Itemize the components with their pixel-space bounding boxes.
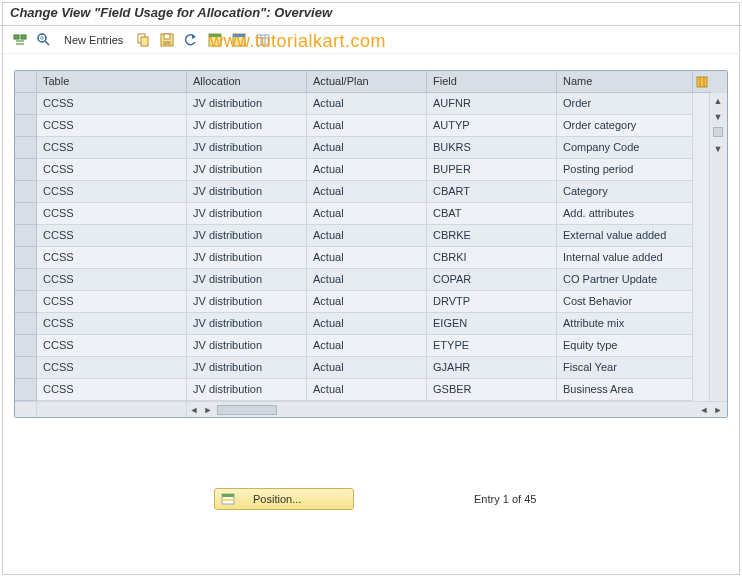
row-handle[interactable] <box>15 115 37 137</box>
cell-field[interactable]: CBRKE <box>427 225 557 247</box>
cell-table[interactable]: CCSS <box>37 137 187 159</box>
cell-field[interactable]: COPAR <box>427 269 557 291</box>
vertical-scrollbar[interactable]: ▲ ▼ ▲ ▼ <box>709 93 727 401</box>
cell-field[interactable]: CBAT <box>427 203 557 225</box>
cell-field[interactable]: BUKRS <box>427 137 557 159</box>
cell-name[interactable]: Company Code <box>557 137 693 159</box>
cell-table[interactable]: CCSS <box>37 159 187 181</box>
cell-allocation[interactable]: JV distribution <box>187 159 307 181</box>
table-row[interactable]: CCSSJV distributionActualBUPERPosting pe… <box>15 159 727 181</box>
row-handle[interactable] <box>15 247 37 269</box>
copy-icon[interactable] <box>133 30 153 50</box>
table-row[interactable]: CCSSJV distributionActualAUTYPOrder cate… <box>15 115 727 137</box>
cell-field[interactable]: BUPER <box>427 159 557 181</box>
col-header-field[interactable]: Field <box>427 71 557 93</box>
table-row[interactable]: CCSSJV distributionActualCBATAdd. attrib… <box>15 203 727 225</box>
scroll-left-icon[interactable]: ◄ <box>187 403 201 417</box>
cell-field[interactable]: CBRKI <box>427 247 557 269</box>
cell-allocation[interactable]: JV distribution <box>187 269 307 291</box>
table-row[interactable]: CCSSJV distributionActualGSBERBusiness A… <box>15 379 727 401</box>
horizontal-scrollbar[interactable]: ◄ ► ◄ ► <box>15 401 727 417</box>
cell-table[interactable]: CCSS <box>37 115 187 137</box>
undo-icon[interactable] <box>181 30 201 50</box>
row-handle[interactable] <box>15 379 37 401</box>
row-handle[interactable] <box>15 137 37 159</box>
deselect-all-icon[interactable] <box>229 30 249 50</box>
table-row[interactable]: CCSSJV distributionActualCBRKIInternal v… <box>15 247 727 269</box>
cell-actual-plan[interactable]: Actual <box>307 159 427 181</box>
cell-name[interactable]: CO Partner Update <box>557 269 693 291</box>
cell-allocation[interactable]: JV distribution <box>187 93 307 115</box>
cell-table[interactable]: CCSS <box>37 181 187 203</box>
row-handle[interactable] <box>15 225 37 247</box>
cell-allocation[interactable]: JV distribution <box>187 247 307 269</box>
cell-name[interactable]: Order category <box>557 115 693 137</box>
cell-name[interactable]: Category <box>557 181 693 203</box>
table-row[interactable]: CCSSJV distributionActualCBARTCategory <box>15 181 727 203</box>
cell-table[interactable]: CCSS <box>37 269 187 291</box>
cell-name[interactable]: Business Area <box>557 379 693 401</box>
cell-actual-plan[interactable]: Actual <box>307 269 427 291</box>
cell-allocation[interactable]: JV distribution <box>187 225 307 247</box>
cell-table[interactable]: CCSS <box>37 291 187 313</box>
scroll-right-step-icon[interactable]: ► <box>201 403 215 417</box>
row-handle[interactable] <box>15 291 37 313</box>
table-row[interactable]: CCSSJV distributionActualCBRKEExternal v… <box>15 225 727 247</box>
save-icon[interactable] <box>157 30 177 50</box>
cell-field[interactable]: EIGEN <box>427 313 557 335</box>
cell-allocation[interactable]: JV distribution <box>187 357 307 379</box>
cell-name[interactable]: External value added <box>557 225 693 247</box>
table-row[interactable]: CCSSJV distributionActualGJAHRFiscal Yea… <box>15 357 727 379</box>
table-row[interactable]: CCSSJV distributionActualDRVTPCost Behav… <box>15 291 727 313</box>
cell-table[interactable]: CCSS <box>37 313 187 335</box>
col-header-name[interactable]: Name <box>557 71 693 93</box>
cell-actual-plan[interactable]: Actual <box>307 115 427 137</box>
cell-actual-plan[interactable]: Actual <box>307 93 427 115</box>
row-handle[interactable] <box>15 159 37 181</box>
select-all-handle[interactable] <box>15 71 37 93</box>
cell-table[interactable]: CCSS <box>37 335 187 357</box>
col-header-actual-plan[interactable]: Actual/Plan <box>307 71 427 93</box>
scroll-down-icon[interactable]: ▼ <box>710 141 726 157</box>
select-all-icon[interactable] <box>205 30 225 50</box>
find-icon[interactable] <box>34 30 54 50</box>
cell-name[interactable]: Fiscal Year <box>557 357 693 379</box>
cell-field[interactable]: ETYPE <box>427 335 557 357</box>
cell-field[interactable]: AUTYP <box>427 115 557 137</box>
col-header-allocation[interactable]: Allocation <box>187 71 307 93</box>
cell-name[interactable]: Posting period <box>557 159 693 181</box>
table-row[interactable]: CCSSJV distributionActualCOPARCO Partner… <box>15 269 727 291</box>
cell-field[interactable]: CBART <box>427 181 557 203</box>
cell-allocation[interactable]: JV distribution <box>187 335 307 357</box>
cell-table[interactable]: CCSS <box>37 225 187 247</box>
cell-actual-plan[interactable]: Actual <box>307 335 427 357</box>
cell-actual-plan[interactable]: Actual <box>307 247 427 269</box>
row-handle[interactable] <box>15 269 37 291</box>
cell-actual-plan[interactable]: Actual <box>307 357 427 379</box>
table-row[interactable]: CCSSJV distributionActualETYPEEquity typ… <box>15 335 727 357</box>
scroll-left-end-icon[interactable]: ◄ <box>697 403 711 417</box>
cell-name[interactable]: Internal value added <box>557 247 693 269</box>
position-button[interactable]: Position... <box>214 488 354 510</box>
cell-field[interactable]: GJAHR <box>427 357 557 379</box>
row-handle[interactable] <box>15 313 37 335</box>
cell-allocation[interactable]: JV distribution <box>187 115 307 137</box>
col-header-table[interactable]: Table <box>37 71 187 93</box>
hscroll-thumb[interactable] <box>217 405 277 415</box>
cell-field[interactable]: GSBER <box>427 379 557 401</box>
cell-name[interactable]: Add. attributes <box>557 203 693 225</box>
scroll-right-icon[interactable]: ► <box>711 403 725 417</box>
cell-table[interactable]: CCSS <box>37 93 187 115</box>
cell-allocation[interactable]: JV distribution <box>187 313 307 335</box>
scroll-down-step-icon[interactable]: ▼ <box>710 109 726 125</box>
cell-actual-plan[interactable]: Actual <box>307 137 427 159</box>
table-row[interactable]: CCSSJV distributionActualAUFNROrder <box>15 93 727 115</box>
cell-table[interactable]: CCSS <box>37 203 187 225</box>
cell-actual-plan[interactable]: Actual <box>307 181 427 203</box>
cell-actual-plan[interactable]: Actual <box>307 225 427 247</box>
cell-name[interactable]: Order <box>557 93 693 115</box>
cell-field[interactable]: AUFNR <box>427 93 557 115</box>
cell-allocation[interactable]: JV distribution <box>187 291 307 313</box>
configure-columns-icon[interactable] <box>693 71 711 93</box>
row-handle[interactable] <box>15 93 37 115</box>
